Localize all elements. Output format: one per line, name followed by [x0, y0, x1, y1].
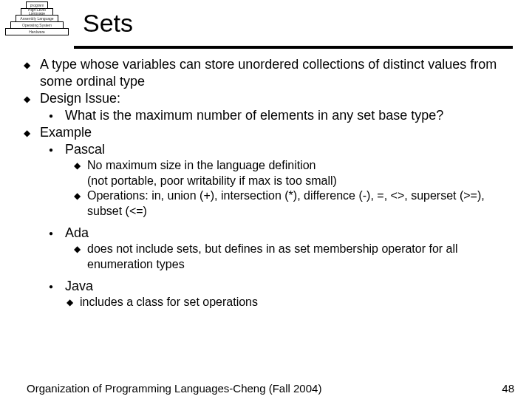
page-number: 48 — [502, 382, 514, 395]
line: (not portable, poor writability if max i… — [87, 174, 337, 187]
bullet-item: Example — [19, 124, 513, 141]
disc-icon — [49, 278, 65, 295]
diamond-icon — [24, 90, 40, 107]
bullet-text: Pascal — [65, 141, 513, 158]
diamond-icon — [74, 158, 87, 188]
bullet-item: What is the maximum number of elements i… — [19, 107, 513, 124]
bullet-item: A type whose variables can store unorder… — [19, 56, 513, 90]
bullet-text: Example — [40, 124, 513, 141]
footer-text: Organization of Programming Languages-Ch… — [27, 382, 321, 395]
diamond-icon — [74, 242, 87, 272]
diamond-icon — [24, 124, 40, 141]
bullet-item: Java — [19, 278, 513, 295]
pyramid-icon: program High-Level Language Assembly Lan… — [3, 1, 71, 44]
bullet-item: No maximum size in the language definiti… — [19, 158, 513, 188]
bullet-item: Ada — [19, 225, 513, 242]
bullet-item: Pascal — [19, 141, 513, 158]
bullet-text: Ada — [65, 225, 513, 242]
slide-title: Sets — [71, 9, 133, 38]
bullet-text: What is the maximum number of elements i… — [65, 107, 513, 124]
bullet-text: does not include sets, but defines in as… — [87, 242, 513, 272]
slide-body: A type whose variables can store unorder… — [0, 56, 532, 310]
bullet-text: No maximum size in the language definiti… — [87, 158, 513, 188]
bullet-item: Operations: in, union (+), intersection … — [19, 188, 513, 219]
bullet-item: does not include sets, but defines in as… — [19, 242, 513, 272]
bullet-text: Operations: in, union (+), intersection … — [87, 188, 513, 219]
disc-icon — [49, 141, 65, 158]
slide-header: program High-Level Language Assembly Lan… — [0, 0, 532, 44]
bullet-text: A type whose variables can store unorder… — [40, 56, 513, 90]
title-underline — [74, 46, 513, 49]
diamond-icon — [66, 295, 80, 310]
bullet-text: Java — [65, 278, 513, 295]
diamond-icon — [24, 56, 40, 90]
bullet-item: includes a class for set operations — [19, 295, 513, 310]
bullet-text: Design Issue: — [40, 90, 513, 107]
disc-icon — [49, 107, 65, 124]
bullet-text: includes a class for set operations — [80, 295, 513, 310]
disc-icon — [49, 225, 65, 242]
line: No maximum size in the language definiti… — [87, 159, 316, 171]
pyramid-layer: Hardware — [5, 28, 69, 35]
diamond-icon — [74, 188, 87, 219]
bullet-item: Design Issue: — [19, 90, 513, 107]
